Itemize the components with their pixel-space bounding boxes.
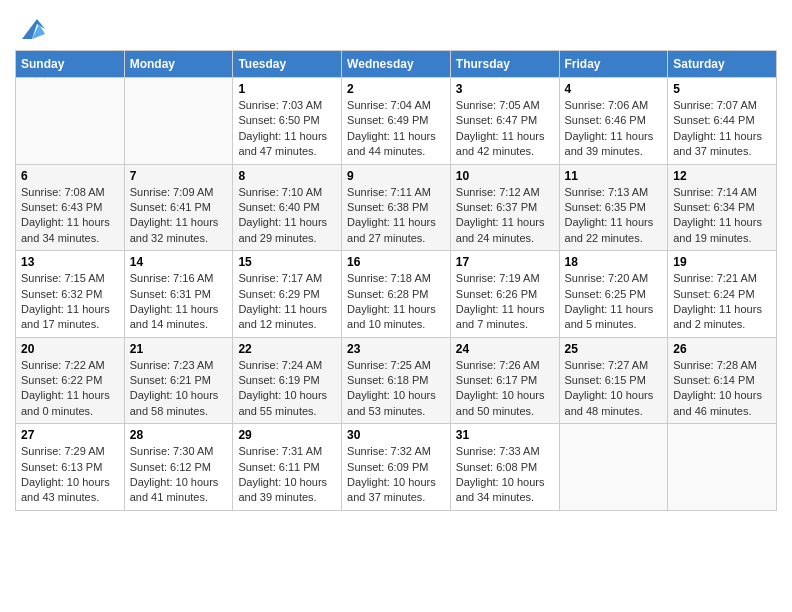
day-cell: 17Sunrise: 7:19 AM Sunset: 6:26 PM Dayli… bbox=[450, 251, 559, 338]
day-cell: 23Sunrise: 7:25 AM Sunset: 6:18 PM Dayli… bbox=[342, 337, 451, 424]
day-number: 19 bbox=[673, 255, 771, 269]
day-number: 27 bbox=[21, 428, 119, 442]
day-number: 14 bbox=[130, 255, 228, 269]
day-number: 25 bbox=[565, 342, 663, 356]
day-number: 9 bbox=[347, 169, 445, 183]
day-info: Sunrise: 7:16 AM Sunset: 6:31 PM Dayligh… bbox=[130, 271, 228, 333]
day-cell: 18Sunrise: 7:20 AM Sunset: 6:25 PM Dayli… bbox=[559, 251, 668, 338]
day-info: Sunrise: 7:10 AM Sunset: 6:40 PM Dayligh… bbox=[238, 185, 336, 247]
week-row-5: 27Sunrise: 7:29 AM Sunset: 6:13 PM Dayli… bbox=[16, 424, 777, 511]
day-cell: 10Sunrise: 7:12 AM Sunset: 6:37 PM Dayli… bbox=[450, 164, 559, 251]
day-cell: 3Sunrise: 7:05 AM Sunset: 6:47 PM Daylig… bbox=[450, 78, 559, 165]
day-number: 17 bbox=[456, 255, 554, 269]
day-number: 23 bbox=[347, 342, 445, 356]
day-number: 20 bbox=[21, 342, 119, 356]
day-number: 31 bbox=[456, 428, 554, 442]
col-header-tuesday: Tuesday bbox=[233, 51, 342, 78]
day-number: 10 bbox=[456, 169, 554, 183]
week-row-4: 20Sunrise: 7:22 AM Sunset: 6:22 PM Dayli… bbox=[16, 337, 777, 424]
day-cell: 11Sunrise: 7:13 AM Sunset: 6:35 PM Dayli… bbox=[559, 164, 668, 251]
day-info: Sunrise: 7:21 AM Sunset: 6:24 PM Dayligh… bbox=[673, 271, 771, 333]
day-cell bbox=[559, 424, 668, 511]
week-row-2: 6Sunrise: 7:08 AM Sunset: 6:43 PM Daylig… bbox=[16, 164, 777, 251]
day-info: Sunrise: 7:24 AM Sunset: 6:19 PM Dayligh… bbox=[238, 358, 336, 420]
day-info: Sunrise: 7:08 AM Sunset: 6:43 PM Dayligh… bbox=[21, 185, 119, 247]
day-info: Sunrise: 7:22 AM Sunset: 6:22 PM Dayligh… bbox=[21, 358, 119, 420]
day-info: Sunrise: 7:14 AM Sunset: 6:34 PM Dayligh… bbox=[673, 185, 771, 247]
week-row-3: 13Sunrise: 7:15 AM Sunset: 6:32 PM Dayli… bbox=[16, 251, 777, 338]
day-info: Sunrise: 7:27 AM Sunset: 6:15 PM Dayligh… bbox=[565, 358, 663, 420]
day-number: 1 bbox=[238, 82, 336, 96]
day-cell bbox=[124, 78, 233, 165]
day-cell: 19Sunrise: 7:21 AM Sunset: 6:24 PM Dayli… bbox=[668, 251, 777, 338]
page-header bbox=[15, 10, 777, 44]
day-cell: 24Sunrise: 7:26 AM Sunset: 6:17 PM Dayli… bbox=[450, 337, 559, 424]
day-info: Sunrise: 7:18 AM Sunset: 6:28 PM Dayligh… bbox=[347, 271, 445, 333]
day-number: 2 bbox=[347, 82, 445, 96]
day-cell: 29Sunrise: 7:31 AM Sunset: 6:11 PM Dayli… bbox=[233, 424, 342, 511]
day-info: Sunrise: 7:20 AM Sunset: 6:25 PM Dayligh… bbox=[565, 271, 663, 333]
day-cell: 12Sunrise: 7:14 AM Sunset: 6:34 PM Dayli… bbox=[668, 164, 777, 251]
day-number: 16 bbox=[347, 255, 445, 269]
day-info: Sunrise: 7:03 AM Sunset: 6:50 PM Dayligh… bbox=[238, 98, 336, 160]
day-number: 8 bbox=[238, 169, 336, 183]
day-cell: 21Sunrise: 7:23 AM Sunset: 6:21 PM Dayli… bbox=[124, 337, 233, 424]
day-info: Sunrise: 7:17 AM Sunset: 6:29 PM Dayligh… bbox=[238, 271, 336, 333]
day-number: 21 bbox=[130, 342, 228, 356]
day-cell: 13Sunrise: 7:15 AM Sunset: 6:32 PM Dayli… bbox=[16, 251, 125, 338]
day-cell: 27Sunrise: 7:29 AM Sunset: 6:13 PM Dayli… bbox=[16, 424, 125, 511]
day-cell: 20Sunrise: 7:22 AM Sunset: 6:22 PM Dayli… bbox=[16, 337, 125, 424]
day-info: Sunrise: 7:11 AM Sunset: 6:38 PM Dayligh… bbox=[347, 185, 445, 247]
day-cell: 25Sunrise: 7:27 AM Sunset: 6:15 PM Dayli… bbox=[559, 337, 668, 424]
day-info: Sunrise: 7:19 AM Sunset: 6:26 PM Dayligh… bbox=[456, 271, 554, 333]
day-info: Sunrise: 7:05 AM Sunset: 6:47 PM Dayligh… bbox=[456, 98, 554, 160]
day-cell bbox=[668, 424, 777, 511]
day-info: Sunrise: 7:07 AM Sunset: 6:44 PM Dayligh… bbox=[673, 98, 771, 160]
day-info: Sunrise: 7:33 AM Sunset: 6:08 PM Dayligh… bbox=[456, 444, 554, 506]
col-header-friday: Friday bbox=[559, 51, 668, 78]
day-number: 29 bbox=[238, 428, 336, 442]
col-header-wednesday: Wednesday bbox=[342, 51, 451, 78]
day-info: Sunrise: 7:09 AM Sunset: 6:41 PM Dayligh… bbox=[130, 185, 228, 247]
day-cell: 15Sunrise: 7:17 AM Sunset: 6:29 PM Dayli… bbox=[233, 251, 342, 338]
day-info: Sunrise: 7:31 AM Sunset: 6:11 PM Dayligh… bbox=[238, 444, 336, 506]
day-number: 11 bbox=[565, 169, 663, 183]
day-number: 4 bbox=[565, 82, 663, 96]
col-header-thursday: Thursday bbox=[450, 51, 559, 78]
day-info: Sunrise: 7:06 AM Sunset: 6:46 PM Dayligh… bbox=[565, 98, 663, 160]
day-number: 7 bbox=[130, 169, 228, 183]
week-row-1: 1Sunrise: 7:03 AM Sunset: 6:50 PM Daylig… bbox=[16, 78, 777, 165]
day-info: Sunrise: 7:25 AM Sunset: 6:18 PM Dayligh… bbox=[347, 358, 445, 420]
day-info: Sunrise: 7:28 AM Sunset: 6:14 PM Dayligh… bbox=[673, 358, 771, 420]
day-cell: 14Sunrise: 7:16 AM Sunset: 6:31 PM Dayli… bbox=[124, 251, 233, 338]
day-number: 24 bbox=[456, 342, 554, 356]
logo bbox=[15, 14, 47, 44]
day-info: Sunrise: 7:15 AM Sunset: 6:32 PM Dayligh… bbox=[21, 271, 119, 333]
col-header-monday: Monday bbox=[124, 51, 233, 78]
day-cell: 6Sunrise: 7:08 AM Sunset: 6:43 PM Daylig… bbox=[16, 164, 125, 251]
day-cell: 22Sunrise: 7:24 AM Sunset: 6:19 PM Dayli… bbox=[233, 337, 342, 424]
day-number: 28 bbox=[130, 428, 228, 442]
day-cell: 4Sunrise: 7:06 AM Sunset: 6:46 PM Daylig… bbox=[559, 78, 668, 165]
col-header-saturday: Saturday bbox=[668, 51, 777, 78]
day-cell: 30Sunrise: 7:32 AM Sunset: 6:09 PM Dayli… bbox=[342, 424, 451, 511]
day-cell: 1Sunrise: 7:03 AM Sunset: 6:50 PM Daylig… bbox=[233, 78, 342, 165]
day-cell: 2Sunrise: 7:04 AM Sunset: 6:49 PM Daylig… bbox=[342, 78, 451, 165]
day-number: 5 bbox=[673, 82, 771, 96]
day-number: 26 bbox=[673, 342, 771, 356]
calendar-table: SundayMondayTuesdayWednesdayThursdayFrid… bbox=[15, 50, 777, 511]
day-info: Sunrise: 7:23 AM Sunset: 6:21 PM Dayligh… bbox=[130, 358, 228, 420]
logo-icon bbox=[17, 14, 47, 44]
day-info: Sunrise: 7:32 AM Sunset: 6:09 PM Dayligh… bbox=[347, 444, 445, 506]
day-number: 15 bbox=[238, 255, 336, 269]
day-cell: 31Sunrise: 7:33 AM Sunset: 6:08 PM Dayli… bbox=[450, 424, 559, 511]
day-number: 13 bbox=[21, 255, 119, 269]
day-number: 6 bbox=[21, 169, 119, 183]
day-cell: 9Sunrise: 7:11 AM Sunset: 6:38 PM Daylig… bbox=[342, 164, 451, 251]
day-number: 22 bbox=[238, 342, 336, 356]
day-cell: 7Sunrise: 7:09 AM Sunset: 6:41 PM Daylig… bbox=[124, 164, 233, 251]
day-info: Sunrise: 7:13 AM Sunset: 6:35 PM Dayligh… bbox=[565, 185, 663, 247]
day-number: 3 bbox=[456, 82, 554, 96]
day-number: 12 bbox=[673, 169, 771, 183]
col-header-sunday: Sunday bbox=[16, 51, 125, 78]
